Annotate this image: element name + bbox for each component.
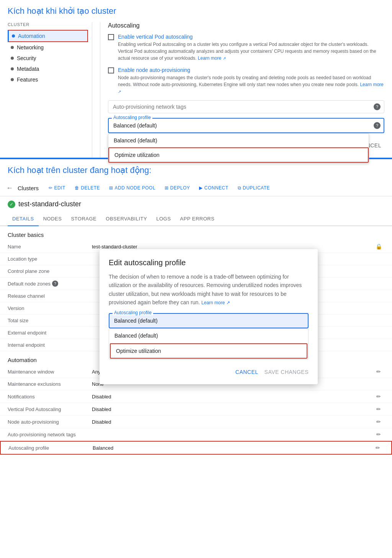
back-button[interactable]: ←: [6, 184, 13, 192]
sidebar-item-metadata[interactable]: Metadata: [8, 64, 88, 74]
vertical-pod-autoscaling-checkbox[interactable]: [108, 34, 114, 40]
main-content-autoscaling: Autoscaling Enable vertical Pod autoscal…: [100, 22, 384, 158]
cluster-tabs: DETAILS NODES STORAGE OBSERVABILITY LOGS…: [0, 212, 392, 226]
vertical-pod-autoscaling-row: Enable vertical Pod autoscaling Enabling…: [108, 34, 384, 62]
detail-action-notifications: ✏: [373, 393, 384, 400]
connect-button[interactable]: ▶ CONNECT: [195, 183, 232, 193]
sidebar-item-features[interactable]: Features: [8, 74, 88, 85]
sidebar-dot: [11, 46, 14, 49]
detail-label-default-zones: Default node zones ?: [8, 281, 92, 287]
modal-option-optimize[interactable]: Optimize utilization: [110, 343, 307, 359]
autoscaling-profile-label: Autoscaling profile: [112, 115, 152, 120]
node-auto-provisioning-content: Enable node auto-provisioning Node auto-…: [118, 67, 384, 95]
delete-icon: 🗑: [75, 185, 80, 191]
detail-label-autoscaling-profile: Autoscaling profile: [8, 445, 93, 451]
node-auto-provisioning-desc: Node auto-provisioning manages the clust…: [118, 74, 384, 95]
tab-app-errors[interactable]: APP ERRORS: [175, 212, 219, 226]
detail-value-node-auto-provisioning: Disabled: [92, 419, 373, 425]
autoscaling-profile-container: Autoscaling profile Balanced (default) ?…: [108, 118, 384, 133]
sidebar-item-security[interactable]: Security: [8, 53, 88, 64]
delete-button[interactable]: 🗑 DELETE: [71, 183, 104, 193]
duplicate-icon: ⧉: [238, 185, 242, 191]
sidebar-dot: [11, 57, 14, 60]
modal-learn-more-link[interactable]: Learn more ↗: [201, 300, 230, 305]
tab-details[interactable]: DETAILS: [8, 212, 39, 226]
sidebar-dot: [11, 78, 14, 81]
tab-nodes[interactable]: NODES: [39, 212, 67, 226]
external-link-icon-1: ↗: [223, 56, 226, 60]
clusters-label: Clusters: [18, 185, 39, 191]
detail-label-notifications: Notifications: [8, 394, 92, 400]
edit-autoscaling-modal: Edit autoscaling profile The decision of…: [100, 249, 318, 384]
detail-action-maintenance-window: ✏: [373, 369, 384, 375]
duplicate-button[interactable]: ⧉ DUPLICATE: [234, 183, 274, 193]
modal-autoscaling-profile-menu: Balanced (default) Optimize utilization: [109, 328, 309, 360]
modal-description: The decision of when to remove a node is…: [109, 272, 309, 307]
modal-external-link-icon: ↗: [226, 300, 230, 305]
modal-save-button[interactable]: SAVE CHANGES: [265, 369, 309, 375]
sidebar-item-automation[interactable]: Automation: [8, 30, 88, 42]
detail-label-name: Name: [8, 244, 92, 250]
sidebar-label-metadata: Metadata: [17, 66, 39, 72]
deploy-button[interactable]: ⊞ DEPLOY: [161, 183, 194, 193]
default-zones-help-icon[interactable]: ?: [52, 281, 58, 287]
external-link-icon-2: ↗: [118, 90, 121, 94]
sidebar-label-networking: Networking: [17, 44, 44, 51]
tab-observability[interactable]: OBSERVABILITY: [101, 212, 152, 226]
cluster-name-row: ✓ test-standard-cluster: [0, 196, 392, 212]
tab-storage[interactable]: STORAGE: [66, 212, 101, 226]
detail-action-autoscaling-profile: ✏: [372, 445, 384, 451]
edit-pencil-icon[interactable]: ✏: [376, 369, 381, 375]
edit-pencil-icon-2[interactable]: ✏: [376, 393, 381, 400]
cluster-layout: CLUSTER Automation Networking Security M…: [8, 22, 384, 158]
add-node-pool-button[interactable]: ⊞ ADD NODE POOL: [105, 183, 159, 193]
modal-autoscaling-profile-container: Autoscaling profile Balanced (default) B…: [109, 313, 309, 360]
edit-pencil-icon-3[interactable]: ✏: [376, 406, 381, 412]
detail-label-release-channel: Release channel: [8, 293, 92, 299]
edit-pencil-icon-4[interactable]: ✏: [376, 419, 381, 425]
detail-label-location-type: Location type: [8, 256, 92, 262]
sidebar-dot-active: [12, 34, 15, 38]
detail-label-internal-endpoint: Internal endpoint: [8, 342, 92, 348]
detail-row-notifications: Notifications Disabled ✏: [0, 390, 392, 403]
detail-label-vertical-pod: Vertical Pod Autoscaling: [8, 406, 92, 412]
sidebar-label-automation: Automation: [18, 33, 45, 39]
cluster-basics-header: Cluster basics: [0, 226, 392, 240]
tab-logs[interactable]: LOGS: [152, 212, 175, 226]
autoscaling-title: Autoscaling: [108, 22, 384, 29]
edit-pencil-icon-6[interactable]: ✏: [376, 445, 380, 451]
detail-row-vertical-pod: Vertical Pod Autoscaling Disabled ✏: [0, 403, 392, 416]
modal-option-balanced[interactable]: Balanced (default): [109, 329, 308, 343]
sidebar-item-networking[interactable]: Networking: [8, 42, 88, 53]
detail-label-external-endpoint: External endpoint: [8, 330, 92, 336]
network-tags-help-icon[interactable]: ?: [374, 103, 381, 110]
network-tags-input[interactable]: [108, 100, 384, 113]
dropdown-option-optimize[interactable]: Optimize utilization: [108, 147, 369, 163]
modal-title: Edit autoscaling profile: [109, 258, 309, 267]
detail-value-autoscaling-profile: Balanced: [93, 445, 372, 451]
cluster-status-icon: ✓: [8, 201, 15, 208]
network-tags-row: ?: [108, 100, 384, 113]
detail-row-auto-provisioning-tags: Auto-provisioning network tags ✏: [0, 428, 392, 441]
cluster-toolbar: ← Clusters ✏ EDIT 🗑 DELETE ⊞ ADD NODE PO…: [0, 180, 392, 196]
vertical-pod-autoscaling-desc: Enabling vertical Pod autoscaling on a c…: [118, 41, 384, 62]
edit-button[interactable]: ✏ EDIT: [45, 183, 69, 193]
modal-cancel-button[interactable]: CANCEL: [235, 369, 258, 375]
dropdown-option-balanced[interactable]: Balanced (default): [108, 134, 369, 147]
details-content: Cluster basics Name test-standard-cluste…: [0, 226, 392, 455]
section2-active-cluster: Kích hoạt trên cluster đang hoạt động: ←…: [0, 158, 392, 455]
section1-create-cluster: Kích hoạt khi khởi tạo cluster CLUSTER A…: [0, 0, 392, 158]
detail-row-autoscaling-profile: Autoscaling profile Balanced ✏: [0, 441, 392, 455]
detail-action-node-auto-provisioning: ✏: [373, 419, 384, 425]
modal-autoscaling-profile-selected[interactable]: Balanced (default): [109, 313, 309, 328]
node-auto-provisioning-checkbox[interactable]: [108, 67, 114, 73]
detail-label-control-plane: Control plane zone: [8, 268, 92, 274]
edit-pencil-icon-5[interactable]: ✏: [376, 431, 381, 437]
autoscaling-profile-help-icon[interactable]: ?: [374, 122, 381, 129]
deploy-icon: ⊞: [165, 185, 169, 191]
node-auto-provisioning-label: Enable node auto-provisioning: [118, 67, 384, 73]
detail-label-node-auto-provisioning: Node auto-provisioning: [8, 419, 92, 425]
learn-more-link-1[interactable]: Learn more ↗: [198, 55, 226, 61]
modal-autoscaling-profile-label: Autoscaling profile: [113, 310, 153, 315]
autoscaling-profile-selected[interactable]: Balanced (default): [108, 118, 384, 133]
